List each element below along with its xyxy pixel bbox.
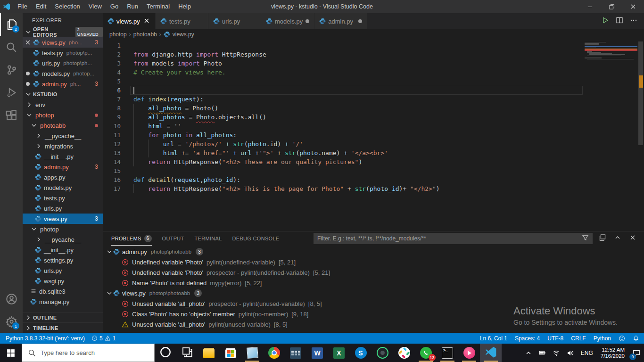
tray-chevron-up-button[interactable] [521,344,536,362]
status-encoding[interactable]: UTF-8 [547,335,563,342]
status-cursor-position[interactable]: Ln 6, Col 1 [480,335,507,342]
activity-search[interactable] [0,36,23,58]
tab-tests.py[interactable]: tests.py [156,13,208,29]
tree-item-__init__.py[interactable]: __init__.py [23,245,103,255]
tree-item-models.py[interactable]: models.py [23,182,103,193]
close-window-button[interactable] [622,0,644,13]
panel-tab-terminal[interactable]: TERMINAL [195,231,222,246]
taskbar-media-app-button[interactable] [458,344,480,362]
tree-item-photoabb[interactable]: photoabb [23,120,103,131]
tab-views.py[interactable]: views.py [103,13,156,29]
tab-urls.py[interactable]: urls.py [208,13,261,29]
menu-go[interactable]: Go [106,0,123,13]
problem-item[interactable]: Undefined variable 'Photo'prospector - p… [103,267,644,278]
tree-item-apps.py[interactable]: apps.py [23,172,103,182]
activity-explorer[interactable]: 2 [0,13,23,36]
code-line-3[interactable]: 3from models import Photo [103,59,583,68]
code-line-16[interactable]: 16def detail(request,photo_id): [103,175,583,184]
code-line-1[interactable]: 1 [103,41,583,50]
activity-account[interactable] [0,288,23,310]
taskbar-chrome-button[interactable] [263,344,285,362]
run-file-button[interactable] [602,16,609,26]
menu-run[interactable]: Run [123,0,142,13]
tree-item-admin.py[interactable]: admin.py3 [23,162,103,172]
taskbar-calculator-button[interactable] [285,344,306,362]
code-line-2[interactable]: 2from django.http import HttpResponse [103,50,583,59]
code-line-11[interactable]: 11 for photo in all_photos: [103,131,583,140]
problem-item[interactable]: Unused variable 'all_photo'pylint(unused… [103,319,644,329]
split-editor-button[interactable] [616,16,623,26]
more-actions-button[interactable] [630,16,637,26]
taskbar-word-button[interactable]: W [306,344,328,362]
tree-item-photop[interactable]: photop [23,224,103,234]
tree-item-wsgi.py[interactable]: wsgi.py [23,276,103,286]
code-line-10[interactable]: 10 html = '' [103,122,583,131]
filter-icon[interactable] [582,234,589,241]
problems-filter-input[interactable]: Filter. E.g.: text, **/*.ts, !**/node_mo… [314,233,593,244]
menu-terminal[interactable]: Terminal [142,0,174,13]
problem-item[interactable]: Undefined variable 'Photo'pylint(undefin… [103,257,644,267]
breadcrumb-photop[interactable]: photop [109,31,127,38]
workspace-header[interactable]: KSTUDIO [23,89,103,99]
minimap[interactable] [585,41,637,60]
minimize-button[interactable] [579,0,601,13]
section-timeline[interactable]: TIMELINE [23,322,103,333]
problem-item[interactable]: Unused variable 'all_photo'prospector - … [103,298,644,309]
activity-settings[interactable]: 1 [0,310,23,333]
code-line-8[interactable]: 8 all_photo = Photo() [103,104,583,113]
status-language[interactable]: Python [594,335,611,342]
tab-admin.py[interactable]: admin.py [314,13,367,29]
activity-source-control[interactable] [0,58,23,81]
activity-run-debug[interactable] [0,81,23,104]
open-editor-admin.py[interactable]: admin.pyph...3 [23,79,103,89]
open-editors-header[interactable]: OPEN EDITORS2 UNSAVED [23,27,103,37]
taskbar-cortana-button[interactable] [155,344,176,362]
tree-item-tests.py[interactable]: tests.py [23,193,103,203]
menu-help[interactable]: Help [174,0,195,13]
maximize-panel-button[interactable] [614,234,621,243]
tree-item-views.py[interactable]: views.py3 [23,214,103,224]
code-line-13[interactable]: 13 html += 'a href="' + url +'">' + str(… [103,148,583,157]
status-indentation[interactable]: Spaces: 4 [515,335,540,342]
tab-models.py[interactable]: models.py [261,13,314,29]
tree-item-migrations[interactable]: migrations [23,141,103,151]
tree-item-photop[interactable]: photop [23,110,103,120]
taskbar-vscode-button[interactable] [480,344,502,362]
tray-clock[interactable]: 12:52 AM7/16/2020 [596,347,629,359]
close-panel-button[interactable] [629,234,636,243]
tree-item-urls.py[interactable]: urls.py [23,265,103,276]
tree-item-urls.py[interactable]: urls.py [23,203,103,214]
taskbar-slack-button[interactable] [393,344,415,362]
section-outline[interactable]: OUTLINE [23,312,103,322]
feedback-smiley-button[interactable] [619,335,625,342]
tree-item-settings.py[interactable]: settings.py [23,255,103,265]
status-problems[interactable]: 51 [91,335,116,342]
activity-extensions[interactable] [0,104,23,126]
menu-file[interactable]: File [13,0,32,13]
tree-item-db.sqlite3[interactable]: db.sqlite3 [23,286,103,296]
code-line-7[interactable]: 7def index(request): [103,95,583,104]
taskbar-whatsapp-button[interactable]: 13 [415,344,437,362]
status-eol[interactable]: CRLF [571,335,586,342]
open-editor-models.py[interactable]: models.pyphotop... [23,68,103,79]
modified-dot[interactable] [23,72,33,75]
code-line-5[interactable]: 5 [103,77,583,86]
taskbar-file-explorer-button[interactable] [198,344,220,362]
modified-dot[interactable] [23,82,33,86]
problem-group-views.py[interactable]: views.pyphotop\photoabb3 [103,288,644,298]
code-editor[interactable]: 12from django.http import HttpResponse3f… [103,40,644,231]
code-line-4[interactable]: 4# Create your views here. [103,68,583,77]
taskbar-ms-store-button[interactable] [220,344,241,362]
taskbar-cmd-button[interactable]: >_ [437,344,458,362]
taskbar-task-view-button[interactable] [176,344,198,362]
restore-button[interactable] [601,0,622,13]
tree-item-__pycache__[interactable]: __pycache__ [23,131,103,141]
notifications-bell-button[interactable] [633,335,639,342]
tray-wifi-icon[interactable] [549,344,563,362]
menu-view[interactable]: View [84,0,106,13]
menu-edit[interactable]: Edit [32,0,50,13]
code-line-17[interactable]: 17 return HttpResponse("<h2> This is the… [103,184,583,193]
open-in-editor-button[interactable] [599,234,606,243]
close-icon[interactable] [24,39,32,46]
code-line-6[interactable]: 6 [103,86,583,95]
